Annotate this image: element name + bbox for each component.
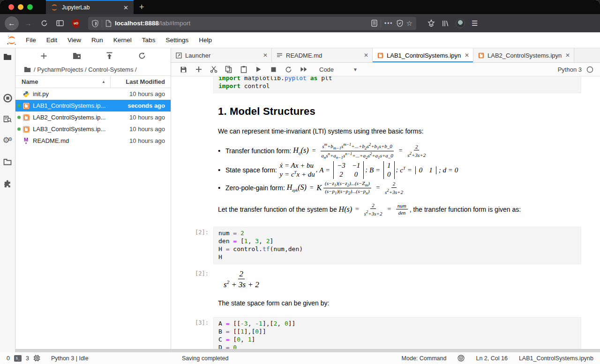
notebook-scroll-area[interactable]: import matplotlib.pyplot as pltimport co… <box>171 76 600 352</box>
url-path: /lab#Import <box>159 20 191 27</box>
menu-settings[interactable]: Settings <box>160 37 194 44</box>
forward-button[interactable]: → <box>22 17 35 30</box>
tab-close-icon[interactable]: ✕ <box>565 52 570 59</box>
tab-label: README.md <box>286 52 360 59</box>
tab-launcher[interactable]: Launcher ✕ <box>171 48 272 62</box>
chevron-down-icon[interactable]: ▼ <box>353 67 358 72</box>
menu-help[interactable]: Help <box>194 37 217 44</box>
horizontal-scrollbar[interactable] <box>15 349 600 352</box>
interrupt-kernel-button[interactable] <box>270 66 278 74</box>
bullet-zero-pole-gain: Zero-pole-gain form: Hzpk(S) = K (s−z1)(… <box>218 180 581 196</box>
paste-cells-button[interactable] <box>240 66 248 74</box>
tab-lab1-notebook-active[interactable]: LAB1_ControlSystems.ipynb ✕ <box>373 48 473 62</box>
breadcrumb-path[interactable]: / PycharmProjects / Control-Systems / <box>34 66 137 73</box>
cut-cells-button[interactable] <box>210 66 218 74</box>
url-text[interactable]: localhost:8888/lab#Import <box>115 20 368 27</box>
new-tab-button[interactable]: + <box>134 0 150 14</box>
file-row-readme[interactable]: M▼ README.md 10 hours ago <box>15 135 171 147</box>
tab-lab2-notebook[interactable]: LAB2_ControlSystems.ipyn ✕ <box>473 48 574 62</box>
new-launcher-icon[interactable] <box>40 52 47 59</box>
tab-close-icon[interactable]: ✕ <box>465 52 469 59</box>
file-browser-tab-icon[interactable] <box>3 52 12 61</box>
profile-avatar[interactable] <box>456 19 465 28</box>
menu-tabs[interactable]: Tabs <box>137 37 161 44</box>
file-row-initpy[interactable]: init.py 10 hours ago <box>15 88 171 100</box>
bookmark-star-icon[interactable]: ☆ <box>406 19 412 28</box>
extension-manager-tab-icon[interactable] <box>3 179 12 189</box>
browser-tab[interactable]: JupyterLab ✕ <box>46 0 134 14</box>
kernel-status-circle-icon[interactable] <box>586 66 593 73</box>
cell-editor[interactable]: A = [[-3, -1],[2, 0]]B = [[1],[0]]C = [0… <box>213 317 581 352</box>
sessions-indicator[interactable]: 0 $_ 3 Python 3 | Idle <box>7 355 89 362</box>
cell-editor[interactable]: num = 2den = [1, 3, 2]H = control.tf(num… <box>213 227 581 264</box>
zoom-window-button[interactable] <box>27 4 33 10</box>
extension-star-icon[interactable] <box>428 19 435 27</box>
notebook-file-icon <box>22 126 30 133</box>
page-actions-icon[interactable]: ••• <box>384 20 393 27</box>
url-bar[interactable]: localhost:8888/lab#Import ••• ☆ <box>88 17 416 30</box>
minimize-window-button[interactable] <box>18 4 23 10</box>
menu-file[interactable]: File <box>21 37 41 44</box>
tab-close-icon[interactable]: ✕ <box>364 52 368 59</box>
code-cell-ss[interactable]: [3]: A = [[-3, -1],[2, 0]]B = [[1],[0]]C… <box>171 317 581 352</box>
status-bar: 0 $_ 3 Python 3 | Idle Saving completed … <box>0 352 600 364</box>
notebook-icon <box>478 52 484 59</box>
menu-hamburger-icon[interactable]: ☰ <box>472 19 478 28</box>
file-row-lab3[interactable]: LAB3_ControlSystems.ip... 10 hours ago <box>15 123 171 135</box>
reload-button[interactable] <box>38 17 51 30</box>
tab-close-icon[interactable]: ✕ <box>263 52 268 59</box>
running-sessions-tab-icon[interactable] <box>3 93 12 103</box>
file-row-lab2[interactable]: LAB2_ControlSystems.ip... 10 hours ago <box>15 111 171 123</box>
open-tabs-tab-icon[interactable] <box>3 157 12 166</box>
tab-readme[interactable]: README.md ✕ <box>272 48 373 62</box>
menu-kernel[interactable]: Kernel <box>108 37 137 44</box>
markdown-file-icon: M▼ <box>22 137 30 145</box>
save-button[interactable] <box>180 66 188 74</box>
trust-shield-icon[interactable] <box>458 355 465 362</box>
notebook-mode[interactable]: Mode: Command <box>402 355 447 362</box>
refresh-icon[interactable] <box>138 52 146 59</box>
sidebar-toggle-button[interactable] <box>53 17 67 30</box>
upload-icon[interactable] <box>106 52 113 59</box>
restart-run-all-button[interactable] <box>300 66 308 74</box>
column-name[interactable]: Name▲ <box>15 76 111 88</box>
menu-view[interactable]: View <box>62 37 86 44</box>
palette-search-icon <box>3 115 12 124</box>
file-row-lab1-selected[interactable]: LAB1_ControlSystems.ip... seconds ago <box>15 100 171 111</box>
permissions-shield-icon[interactable] <box>397 20 403 27</box>
tab-label: Launcher <box>185 52 260 59</box>
menu-edit[interactable]: Edit <box>41 37 62 44</box>
page-icon <box>105 20 112 27</box>
library-icon[interactable] <box>442 20 449 27</box>
cell-type-select[interactable]: Code <box>319 66 334 73</box>
browser-tab-close-icon[interactable]: ✕ <box>122 4 130 11</box>
markdown-cell[interactable]: 1. Model Structures We can represent tim… <box>218 105 581 216</box>
cursor-position[interactable]: Ln 2, Col 16 <box>476 355 507 362</box>
back-button[interactable]: ← <box>5 16 19 30</box>
run-cell-button[interactable] <box>255 66 262 74</box>
command-palette-tab-icon[interactable] <box>3 115 12 124</box>
copy-cells-button[interactable] <box>225 66 232 74</box>
file-modified: 10 hours ago <box>115 137 171 144</box>
ublock-shield-icon: uO <box>71 18 81 29</box>
kernel-status-text[interactable]: Python 3 | Idle <box>51 355 89 362</box>
kernel-running-dot <box>17 116 21 119</box>
close-window-button[interactable] <box>8 4 14 10</box>
home-folder-icon[interactable] <box>24 67 31 73</box>
column-last-modified[interactable]: Last Modified <box>111 78 171 85</box>
new-folder-icon[interactable] <box>73 52 81 59</box>
output-prompt: [2]: <box>171 268 213 290</box>
kernel-name[interactable]: Python 3 <box>558 66 582 73</box>
cell-editor[interactable]: import matplotlib.pyplot as pltimport co… <box>213 76 581 93</box>
property-inspector-tab-icon[interactable]: ⚙⚙ <box>3 135 12 145</box>
reader-mode-icon[interactable] <box>371 20 377 27</box>
browser-tabstrip: JupyterLab ✕ + <box>0 0 600 14</box>
restart-kernel-button[interactable] <box>285 66 292 74</box>
code-cell-imports[interactable]: import matplotlib.pyplot as pltimport co… <box>171 76 581 93</box>
menu-run[interactable]: Run <box>86 37 108 44</box>
breadcrumb: / PycharmProjects / Control-Systems / <box>15 63 171 75</box>
notebook-file-icon <box>22 103 30 109</box>
ublock-extension-button[interactable]: uO <box>69 17 82 30</box>
add-cell-button[interactable] <box>195 66 202 74</box>
code-cell-tf[interactable]: [2]: num = 2den = [1, 3, 2]H = control.t… <box>171 227 581 264</box>
